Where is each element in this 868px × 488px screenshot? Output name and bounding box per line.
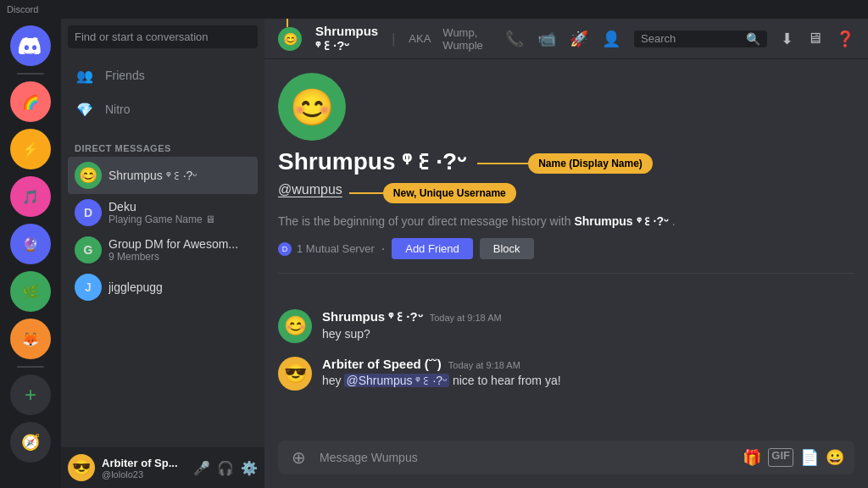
explore-button[interactable]: 🧭 — [10, 422, 51, 463]
header-controls: 📞 📹 🚀 👤 🔍 ⬇ 🖥 ❓ — [505, 30, 854, 48]
header-search-input[interactable] — [641, 32, 743, 45]
msg-author-2: Arbiter of Speed (˘˘) — [322, 357, 442, 371]
dm-status-group: 9 Members — [108, 251, 251, 263]
mic-icon[interactable]: 🎤 — [193, 460, 210, 476]
message-1: 😊 Shrumpus ᵠ꒰·?ᵕ Today at 9:18 AM hey su… — [278, 308, 854, 345]
profile-avatar: 😊 — [278, 73, 346, 141]
video-icon[interactable]: 📹 — [537, 30, 556, 48]
chat-content: 😊 Shrumpus ᵠ꒰·?ᵕ Name (Display Name) — [264, 59, 868, 441]
server-icon-3[interactable]: 🎵 — [10, 176, 51, 217]
bottom-username: Arbiter of Sp... — [102, 457, 186, 469]
dm-section-header: DIRECT MESSAGES — [61, 130, 264, 157]
msg-avatar-1: 😊 — [278, 309, 312, 343]
server-icon-5[interactable]: 🌿 — [10, 271, 51, 312]
server-icon-1[interactable]: 🌈 — [10, 81, 51, 122]
server-divider-2 — [17, 366, 44, 368]
annotation-line-1 — [287, 19, 288, 27]
chat-messages: 😊 Shrumpus ᵠ꒰·?ᵕ Today at 9:18 AM hey su… — [264, 294, 868, 416]
dm-nav: 👥 Friends 💎 Nitro — [61, 55, 264, 130]
server-icon-4[interactable]: 🔮 — [10, 224, 51, 264]
server-sidebar: 🌈 ⚡ 🎵 🔮 🌿 🦊 + 🧭 — [0, 19, 61, 488]
msg-timestamp-2: Today at 9:18 AM — [448, 360, 520, 370]
profile-history-name: Shrumpus ᵠ꒰·?ᵕ — [574, 214, 669, 228]
emoji-icon[interactable]: 😀 — [826, 448, 844, 467]
dm-item-deku[interactable]: D Deku Playing Game Name 🖥 — [68, 194, 258, 231]
help-icon[interactable]: ❓ — [836, 30, 854, 48]
dm-info-deku: Deku Playing Game Name 🖥 — [108, 200, 251, 225]
app-title: Discord — [7, 4, 38, 14]
message-2: 😎 Arbiter of Speed (˘˘) Today at 9:18 AM… — [278, 355, 854, 392]
profile-username: @wumpus — [278, 182, 342, 197]
server-icon-6[interactable]: 🦊 — [10, 319, 51, 359]
input-actions: 🎁 GIF 📄 😀 — [739, 441, 848, 474]
headphone-icon[interactable]: 🎧 — [217, 460, 234, 476]
mutual-servers-label: 1 Mutual Server — [297, 242, 375, 255]
dm-status-deku: Playing Game Name 🖥 — [108, 214, 251, 225]
add-friend-button[interactable]: Add Friend — [392, 238, 473, 259]
msg-header-2: Arbiter of Speed (˘˘) Today at 9:18 AM — [322, 357, 854, 371]
add-attachment-button[interactable]: ⊕ — [285, 441, 313, 474]
dm-item-jigglepugg[interactable]: J jigglepugg — [68, 269, 258, 306]
annotation-line-username — [349, 192, 383, 194]
msg-timestamp-1: Today at 9:18 AM — [430, 313, 502, 323]
inbox-download-icon[interactable]: ⬇ — [781, 30, 793, 48]
header-annotation-wrapper: 😊 Name (Display Name) — [278, 27, 302, 51]
discord-home-button[interactable] — [10, 25, 51, 66]
profile-display-name: Shrumpus ᵠ꒰·?ᵕ — [278, 147, 467, 175]
annotation-line-name — [477, 163, 528, 164]
nitro-label: Nitro — [105, 103, 131, 116]
title-bar: Discord — [0, 0, 868, 19]
annotation-name-display-2: Name (Display Name) — [528, 153, 653, 174]
dm-sidebar: 👥 Friends 💎 Nitro DIRECT MESSAGES 😊 Shru… — [61, 19, 264, 488]
block-button[interactable]: Block — [480, 238, 534, 259]
screen-icon[interactable]: 🖥 — [807, 30, 822, 47]
dm-search-area — [61, 19, 264, 55]
bottom-user-avatar: 😎 — [68, 454, 95, 481]
gift-icon[interactable]: 🎁 — [743, 448, 761, 467]
server-icon-2[interactable]: ⚡ — [10, 129, 51, 169]
boost-icon[interactable]: 🚀 — [570, 30, 588, 48]
dm-item-groupdm[interactable]: G Group DM for Awesom... 9 Members — [68, 231, 258, 269]
search-input[interactable] — [68, 25, 258, 48]
add-friend-icon[interactable]: 👤 — [602, 30, 620, 48]
display-name-row: Shrumpus ᵠ꒰·?ᵕ Name (Display Name) — [278, 147, 854, 179]
username-row: @wumpus New, Unique Username — [278, 182, 854, 204]
msg-content-1: Shrumpus ᵠ꒰·?ᵕ Today at 9:18 AM hey sup? — [322, 309, 854, 343]
annotation-new-unique-username: New, Unique Username — [383, 183, 516, 203]
settings-icon[interactable]: ⚙️ — [241, 460, 258, 476]
mutual-servers: D 1 Mutual Server — [278, 242, 375, 256]
dm-info-jigglepugg: jigglepugg — [108, 280, 251, 294]
dm-avatar-group: G — [75, 236, 102, 263]
profile-actions: D 1 Mutual Server · Add Friend Block — [278, 238, 854, 259]
server-1-emoji: 🌈 — [22, 94, 39, 110]
friends-nav-item[interactable]: 👥 Friends — [68, 58, 258, 92]
chat-header: 😊 Name (Display Name) Shrumpus ᵠ꒰·?ᵕ | A… — [264, 19, 868, 59]
bottom-user-info: Arbiter of Sp... @lololo23 — [102, 457, 186, 480]
dm-info-group: Group DM for Awesom... 9 Members — [108, 237, 251, 263]
message-input-box: ⊕ 🎁 GIF 📄 😀 — [278, 441, 854, 474]
message-input[interactable] — [320, 441, 732, 474]
server-divider — [17, 73, 44, 75]
friends-label: Friends — [105, 69, 145, 82]
chat-header-avatar: 😊 — [278, 27, 302, 51]
nitro-nav-item[interactable]: 💎 Nitro — [68, 92, 258, 126]
chat-area: 😊 Name (Display Name) Shrumpus ᵠ꒰·?ᵕ | A… — [264, 19, 868, 488]
search-icon: 🔍 — [746, 32, 760, 46]
sticker-icon[interactable]: 📄 — [800, 448, 819, 467]
msg-mention-2[interactable]: @Shrumpus ᵠ꒰·?ᵕ — [344, 374, 449, 387]
gif-icon[interactable]: GIF — [768, 448, 793, 467]
profile-history-text: The is the beginning of your direct mess… — [278, 214, 854, 228]
dm-name-group: Group DM for Awesom... — [108, 237, 251, 251]
bottom-user-area: 😎 Arbiter of Sp... @lololo23 🎤 🎧 ⚙️ — [61, 447, 264, 488]
dm-item-shrumpus[interactable]: 😊 Shrumpus ᵠ꒰·?ᵕ — [68, 157, 258, 194]
aka-divider: | — [392, 31, 395, 47]
dm-avatar-jigglepugg: J — [75, 274, 102, 301]
profile-section: 😊 Shrumpus ᵠ꒰·?ᵕ Name (Display Name) — [264, 59, 868, 294]
call-icon[interactable]: 📞 — [505, 30, 524, 48]
msg-text-prefix-2: hey — [322, 374, 344, 387]
friends-icon: 👥 — [75, 65, 95, 86]
add-server-button[interactable]: + — [10, 374, 51, 415]
header-search-box: 🔍 — [634, 30, 767, 47]
msg-avatar-2: 😎 — [278, 357, 312, 391]
dm-info-shrumpus: Shrumpus ᵠ꒰·?ᵕ — [108, 169, 251, 182]
